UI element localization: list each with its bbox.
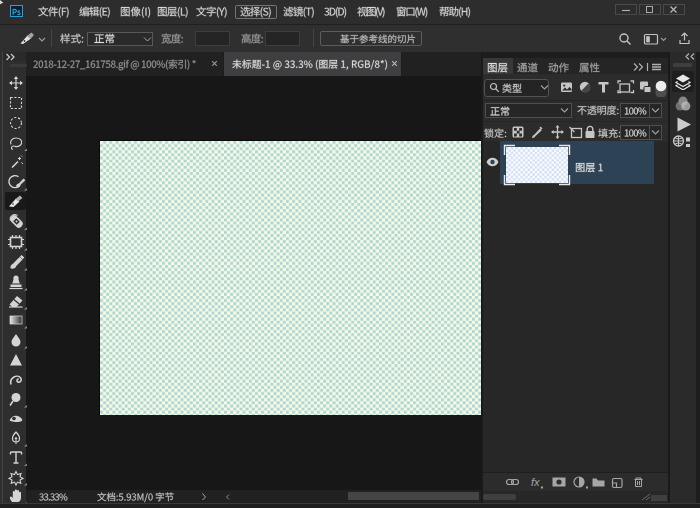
svg-text:fx: fx: [531, 476, 540, 488]
